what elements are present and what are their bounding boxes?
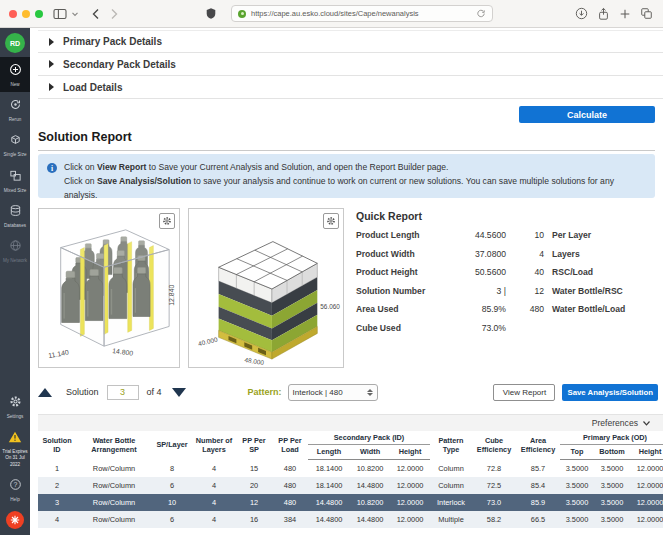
mixed-cubes-icon bbox=[9, 168, 22, 186]
primary-height-label: 12.840 bbox=[168, 285, 175, 306]
primary-width-label: 11.140 bbox=[48, 348, 70, 358]
quick-report-row: Area Used85.9%480Water Bottle/Load bbox=[356, 304, 658, 314]
quick-report-rows: Product Length44.560010Per LayerProduct … bbox=[356, 230, 658, 333]
globe-icon bbox=[9, 238, 22, 256]
chevron-down-icon[interactable] bbox=[71, 10, 79, 18]
accordion-secondary-pack-details[interactable]: Secondary Pack Details bbox=[38, 53, 663, 76]
pattern-label: Pattern: bbox=[248, 387, 282, 397]
accordion-load-details[interactable]: Load Details bbox=[38, 76, 663, 99]
table-row[interactable]: 1Row/Column841548018.140010.820012.0000C… bbox=[38, 459, 663, 477]
col-pattern-type: Pattern Type bbox=[430, 431, 472, 459]
address-bar[interactable]: https://cape.au.esko.cloud/sites/Cape/ne… bbox=[231, 5, 493, 22]
select-stepper-icon bbox=[367, 389, 373, 396]
avatar[interactable]: RD bbox=[5, 33, 25, 53]
pack-details-accordions: Primary Pack Details Secondary Pack Deta… bbox=[38, 30, 663, 99]
col-sp-layer: SP/Layer bbox=[152, 431, 192, 459]
sidebar-item-trial-notice[interactable]: Trial Expires On 31 Jul 2022 bbox=[0, 424, 30, 472]
next-solution-button[interactable] bbox=[172, 388, 186, 397]
col-area-efficiency: Area Efficiency bbox=[516, 431, 560, 459]
info-banner-text: Click on View Report to Save your Curren… bbox=[64, 161, 646, 191]
site-favicon bbox=[238, 10, 246, 18]
accordion-primary-pack-details[interactable]: Primary Pack Details bbox=[38, 30, 663, 53]
group-secondary-pack: Secondary Pack (ID) bbox=[308, 431, 430, 445]
previous-solution-button[interactable] bbox=[38, 388, 52, 397]
save-analysis-solution-button[interactable]: Save Analysis/Solution bbox=[562, 384, 658, 401]
solution-table-body: 1Row/Column841548018.140010.820012.0000C… bbox=[38, 459, 663, 528]
table-row[interactable]: 3Row/Column1041248014.480010.820012.0000… bbox=[38, 494, 663, 511]
col-pp-per-sp: PP Per SP bbox=[236, 431, 272, 459]
solutions-table: Solution ID Water Bottle Arrangement SP/… bbox=[38, 431, 663, 528]
col-arrangement: Water Bottle Arrangement bbox=[76, 431, 152, 459]
quick-report-row: Product Length44.560010Per Layer bbox=[356, 230, 658, 240]
sidebar-toggle-icon[interactable] bbox=[53, 8, 67, 20]
downloads-icon[interactable] bbox=[575, 7, 588, 20]
table-header: Solution ID Water Bottle Arrangement SP/… bbox=[38, 431, 663, 459]
tab-overview-icon[interactable] bbox=[640, 7, 653, 20]
sidebar-item-databases[interactable]: Databases bbox=[0, 198, 30, 233]
sidebar-item-settings[interactable]: Settings bbox=[0, 389, 30, 424]
solution-label: Solution bbox=[66, 387, 99, 397]
load-width-label: 48.000 bbox=[244, 356, 265, 366]
chevron-down-icon bbox=[642, 420, 651, 427]
single-cube-icon bbox=[9, 132, 22, 150]
back-button[interactable] bbox=[91, 8, 100, 20]
quick-report-title: Quick Report bbox=[356, 210, 658, 222]
window-controls bbox=[9, 10, 43, 18]
quick-report-row: Product Width37.08004Layers bbox=[356, 249, 658, 259]
gear-icon bbox=[9, 394, 22, 412]
primary-pack-3d-view[interactable]: 11.140 14.800 12.840 bbox=[38, 208, 180, 368]
table-row[interactable]: 2Row/Column642048018.140014.480012.0000C… bbox=[38, 477, 663, 494]
view-settings-button[interactable] bbox=[323, 213, 339, 229]
col-pp-per-load: PP Per Load bbox=[272, 431, 308, 459]
share-icon[interactable] bbox=[597, 7, 610, 21]
view-report-button[interactable]: View Report bbox=[493, 384, 555, 401]
view-settings-button[interactable] bbox=[159, 213, 175, 229]
expand-arrow-icon bbox=[49, 83, 54, 91]
new-tab-icon[interactable] bbox=[619, 8, 631, 20]
table-row[interactable]: 4Row/Column641638414.480014.480012.0000M… bbox=[38, 511, 663, 528]
browser-toolbar: https://cape.au.esko.cloud/sites/Cape/ne… bbox=[0, 0, 663, 28]
col-bottom: Bottom bbox=[594, 445, 630, 459]
refresh-icon[interactable] bbox=[476, 8, 486, 19]
url-text: https://cape.au.esko.cloud/sites/Cape/ne… bbox=[251, 9, 471, 18]
primary-depth-label: 14.800 bbox=[112, 347, 134, 357]
close-window-button[interactable] bbox=[9, 10, 17, 18]
minimize-window-button[interactable] bbox=[22, 10, 30, 18]
page-title: Solution Report bbox=[38, 130, 655, 151]
info-icon: i bbox=[47, 163, 57, 173]
quick-report-row: Cube Used73.0% bbox=[356, 323, 658, 333]
forward-button[interactable] bbox=[110, 8, 119, 20]
sidebar-item-rerun[interactable]: Rerun bbox=[0, 92, 30, 127]
solution-navigation: Solution 3 of 4 Pattern: Interlock | 480… bbox=[38, 382, 658, 402]
sidebar-item-my-network[interactable]: My Network bbox=[0, 233, 30, 268]
expand-arrow-icon bbox=[49, 60, 54, 68]
solution-number-input[interactable]: 3 bbox=[107, 385, 139, 400]
help-icon: ? bbox=[9, 477, 22, 495]
pallet-load-graphic: 40.000 48.000 56.060 bbox=[189, 209, 343, 367]
privacy-shield-icon[interactable] bbox=[205, 7, 217, 20]
main-content: Primary Pack Details Secondary Pack Deta… bbox=[30, 28, 663, 535]
sidebar-item-single-size[interactable]: Single Size bbox=[0, 127, 30, 162]
zoom-window-button[interactable] bbox=[35, 10, 43, 18]
svg-text:?: ? bbox=[13, 481, 17, 488]
database-icon bbox=[9, 203, 22, 221]
col-length: Length bbox=[308, 445, 350, 459]
col-height-pp: Height bbox=[630, 445, 663, 459]
col-top: Top bbox=[560, 445, 594, 459]
calculate-button[interactable]: Calculate bbox=[519, 106, 655, 123]
gear-icon bbox=[162, 216, 172, 226]
pallet-load-3d-view[interactable]: 40.000 48.000 56.060 bbox=[188, 208, 344, 368]
col-height: Height bbox=[390, 445, 430, 459]
app-sidebar: RD New Rerun Single Size Mixed Size bbox=[0, 28, 30, 535]
quick-report: Quick Report Product Length44.560010Per … bbox=[356, 210, 658, 341]
rerun-icon bbox=[9, 97, 22, 115]
quick-report-row: Product Height50.560040RSC/Load bbox=[356, 267, 658, 277]
pattern-select[interactable]: Interlock | 480 bbox=[288, 384, 378, 401]
col-solution-id: Solution ID bbox=[38, 431, 76, 459]
sidebar-item-help[interactable]: ? Help bbox=[0, 472, 30, 507]
sidebar-item-new[interactable]: New bbox=[0, 57, 30, 92]
col-number-of-layers: Number of Layers bbox=[192, 431, 236, 459]
sidebar-item-mixed-size[interactable]: Mixed Size bbox=[0, 163, 30, 198]
support-chat-button[interactable] bbox=[6, 511, 24, 529]
preferences-dropdown[interactable]: Preferences bbox=[38, 414, 663, 431]
